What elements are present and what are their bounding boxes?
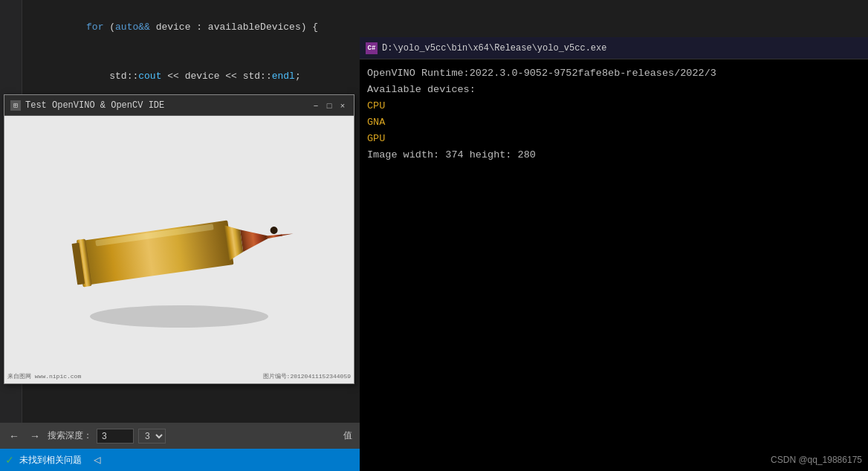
code-line-1: for (auto&& device : availableDevices) { xyxy=(28,3,358,52)
close-button[interactable]: × xyxy=(337,100,348,111)
console-line-2: Available devices: xyxy=(367,82,861,98)
minimize-button[interactable]: − xyxy=(311,100,321,111)
console-window: C# D:\yolo_v5cc\bin\x64\Release\yolo_v5c… xyxy=(360,37,868,471)
console-icon-text: C# xyxy=(368,45,376,52)
console-line-1: OpenVINO Runtime:2022.3.0-9052-9752fafe8… xyxy=(367,65,861,82)
console-app-icon: C# xyxy=(366,42,378,54)
watermark-left: 来自图网 www.nipic.com xyxy=(7,372,81,380)
svg-point-1 xyxy=(90,305,268,328)
search-depth-label: 搜索深度： xyxy=(48,429,92,442)
console-line-image: Image width: 374 height: 280 xyxy=(367,147,861,163)
image-content-area: 来自图网 www.nipic.com 图片编号:2012041115234405… xyxy=(4,116,354,383)
window-icon: ⊞ xyxy=(10,100,21,111)
status-ok-text: 未找到相关问题 xyxy=(19,454,82,467)
search-next-button[interactable]: → xyxy=(27,429,43,444)
ide-background: for (auto&& device : availableDevices) {… xyxy=(0,0,868,471)
console-line-gpu: GPU xyxy=(367,131,861,147)
image-viewer-window: ⊞ Test OpenVINO & OpenCV IDE − □ × xyxy=(4,94,354,384)
watermark-right: 图片编号:20120411152344059 xyxy=(263,372,351,380)
console-titlebar: C# D:\yolo_v5cc\bin\x64\Release\yolo_v5c… xyxy=(360,37,868,59)
search-depth-input[interactable] xyxy=(97,429,134,444)
window-controls[interactable]: − □ × xyxy=(311,100,348,111)
bullet-image xyxy=(38,138,320,361)
restore-button[interactable]: □ xyxy=(324,100,334,111)
search-prev-button[interactable]: ← xyxy=(6,429,22,444)
console-line-cpu: CPU xyxy=(367,98,861,114)
search-bar: ← → 搜索深度： 3 1 2 4 5 值 xyxy=(0,423,364,449)
image-window-titlebar: ⊞ Test OpenVINO & OpenCV IDE − □ × xyxy=(4,95,354,116)
status-ok-icon: ✓ xyxy=(6,452,13,467)
csdn-badge: CSDN @qq_19886175 xyxy=(771,455,862,465)
status-bar: ✓ 未找到相关问题 ◁ xyxy=(0,449,364,471)
image-window-title: Test OpenVINO & OpenCV IDE xyxy=(25,100,306,111)
search-depth-dropdown[interactable]: 3 1 2 4 5 xyxy=(138,429,166,444)
value-label: 值 xyxy=(343,429,352,442)
console-output: OpenVINO Runtime:2022.3.0-9052-9752fafe8… xyxy=(360,59,868,169)
console-line-gna: GNA xyxy=(367,114,861,131)
status-arrow-icon: ◁ xyxy=(94,452,101,467)
console-title: D:\yolo_v5cc\bin\x64\Release\yolo_v5cc.e… xyxy=(382,43,606,53)
